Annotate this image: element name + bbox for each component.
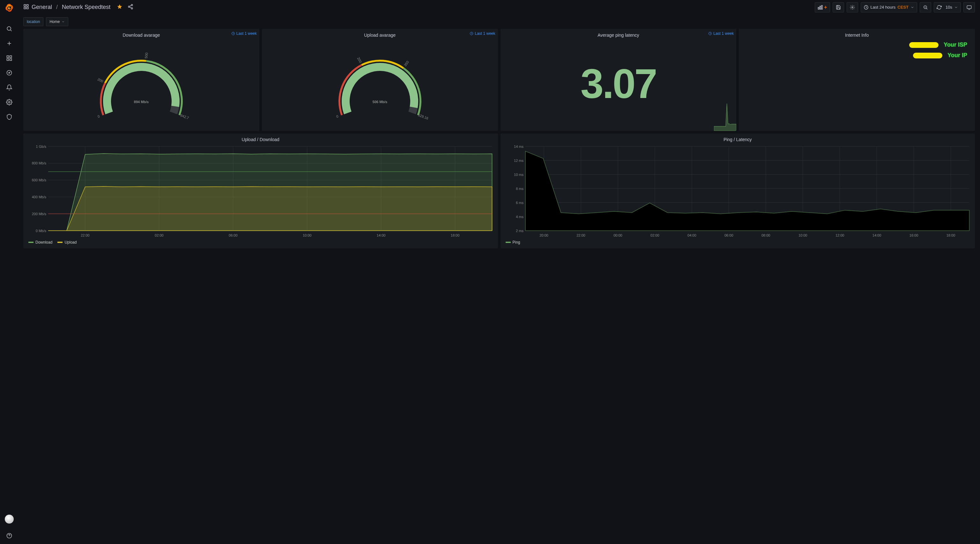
configuration-icon[interactable] [3, 96, 16, 108]
top-toolbar: General / Network Speedtest + Last 24 ho… [18, 0, 980, 15]
dashboards-icon[interactable] [3, 52, 16, 64]
svg-text:12:00: 12:00 [835, 233, 844, 237]
svg-rect-17 [27, 7, 29, 9]
legend-item[interactable]: Download [29, 240, 52, 244]
svg-rect-8 [10, 59, 11, 61]
svg-text:22:00: 22:00 [576, 233, 585, 237]
panel-timeshift: Last 1 week [708, 31, 734, 36]
time-range-label: Last 24 hours [870, 5, 896, 10]
svg-text:04:00: 04:00 [687, 233, 697, 237]
apps-icon[interactable] [23, 4, 29, 11]
svg-point-20 [128, 6, 130, 8]
redacted-value [913, 53, 942, 58]
star-icon[interactable] [117, 4, 123, 11]
svg-text:02:00: 02:00 [651, 233, 659, 237]
svg-text:350: 350 [403, 60, 409, 67]
svg-text:10:00: 10:00 [303, 233, 312, 237]
svg-text:10 ms: 10 ms [514, 173, 523, 177]
svg-text:529.16: 529.16 [417, 113, 429, 120]
save-dashboard-button[interactable] [833, 2, 844, 13]
gauge-svg: 0200500942.7894 Mb/s [90, 42, 192, 125]
user-avatar[interactable] [5, 515, 14, 523]
svg-text:200: 200 [97, 77, 104, 83]
svg-text:0 Mb/s: 0 Mb/s [36, 229, 46, 233]
panel-upload-gauge[interactable]: Upload avarage Last 1 week 0200350529.16… [262, 29, 498, 131]
svg-text:2 ms: 2 ms [516, 229, 523, 233]
svg-rect-16 [24, 7, 25, 9]
chart-legend: Ping [503, 239, 973, 246]
svg-text:16:00: 16:00 [909, 233, 918, 237]
svg-point-19 [131, 5, 133, 6]
svg-text:600 Mb/s: 600 Mb/s [32, 178, 46, 182]
grafana-logo-icon[interactable] [4, 3, 14, 13]
panel-title: Average ping latency [598, 33, 639, 38]
tv-mode-button[interactable] [963, 2, 975, 13]
server-admin-icon[interactable] [3, 110, 16, 123]
alerting-icon[interactable] [3, 81, 16, 94]
share-icon[interactable] [127, 4, 134, 11]
svg-line-22 [130, 5, 131, 6]
breadcrumb[interactable]: General / Network Speedtest [32, 4, 110, 11]
zoom-out-button[interactable] [920, 2, 931, 13]
plus-icon[interactable] [3, 37, 16, 50]
breadcrumb-separator: / [56, 4, 58, 10]
dashboard-settings-button[interactable] [846, 2, 858, 13]
panel-title: Upload / Download [242, 137, 280, 142]
add-panel-button[interactable]: + [815, 2, 830, 13]
info-row-isp: Your ISP [741, 39, 972, 49]
svg-text:8 ms: 8 ms [516, 187, 523, 191]
svg-rect-6 [10, 56, 11, 58]
info-label: Your ISP [943, 41, 967, 48]
redacted-value [909, 42, 939, 48]
panel-internet-info[interactable]: Internet Info Your ISP Your IP [739, 29, 975, 131]
svg-text:00:00: 00:00 [614, 233, 622, 237]
time-range-picker[interactable]: Last 24 hours CEST [861, 2, 917, 13]
search-icon[interactable] [3, 22, 16, 35]
svg-text:18:00: 18:00 [946, 233, 955, 237]
svg-rect-25 [820, 6, 821, 9]
timeseries-chart: 2 ms4 ms6 ms8 ms10 ms12 ms14 ms20:0022:0… [503, 143, 973, 239]
svg-point-21 [131, 8, 133, 9]
info-row-ip: Your IP [741, 49, 972, 60]
explore-icon[interactable] [3, 66, 16, 79]
chart-legend: Download Upload [26, 239, 495, 246]
panel-upload-download[interactable]: Upload / Download 0 Mb/s200 Mb/s400 Mb/s… [23, 134, 498, 248]
timeseries-chart: 0 Mb/s200 Mb/s400 Mb/s600 Mb/s800 Mb/s1 … [26, 143, 495, 239]
svg-text:22:00: 22:00 [81, 233, 90, 237]
refresh-interval: 10s [945, 5, 952, 10]
svg-line-2 [10, 30, 11, 31]
svg-text:894 Mb/s: 894 Mb/s [134, 100, 149, 104]
svg-marker-10 [8, 72, 10, 73]
svg-rect-15 [27, 5, 29, 6]
svg-point-1 [7, 27, 11, 30]
svg-rect-26 [821, 5, 822, 9]
svg-text:1 Gb/s: 1 Gb/s [36, 145, 46, 148]
big-stat-value: 3.07 [503, 39, 734, 128]
refresh-button[interactable]: 10s [934, 2, 961, 13]
panel-download-gauge[interactable]: Download avarage Last 1 week 0200500942.… [23, 29, 259, 131]
svg-text:200 Mb/s: 200 Mb/s [32, 212, 46, 216]
breadcrumb-folder[interactable]: General [32, 4, 52, 10]
svg-text:20:00: 20:00 [539, 233, 548, 237]
legend-item[interactable]: Ping [506, 240, 520, 244]
panel-title: Ping / Latency [724, 137, 752, 142]
panel-timeshift: Last 1 week [469, 31, 495, 36]
breadcrumb-dashboard[interactable]: Network Speedtest [62, 4, 110, 10]
variable-value-dropdown[interactable]: Home [46, 17, 68, 26]
panel-ping-chart[interactable]: Ping / Latency 2 ms4 ms6 ms8 ms10 ms12 m… [501, 134, 975, 248]
info-label: Your IP [947, 52, 967, 59]
variable-name-chip: location [23, 17, 43, 26]
variable-row: location Home [18, 15, 980, 29]
legend-item[interactable]: Upload [57, 240, 76, 244]
svg-rect-5 [7, 56, 9, 58]
svg-text:942.7: 942.7 [180, 113, 189, 120]
svg-text:200: 200 [356, 56, 363, 64]
panel-timeshift: Last 1 week [231, 31, 257, 36]
svg-line-30 [926, 8, 928, 9]
panel-ping-latency[interactable]: Average ping latency Last 1 week 3.07 [501, 29, 737, 131]
svg-text:4 ms: 4 ms [516, 215, 523, 219]
svg-text:12 ms: 12 ms [514, 159, 523, 163]
panel-title: Upload avarage [364, 33, 396, 38]
help-icon[interactable] [3, 529, 16, 542]
sparkline [714, 102, 736, 131]
